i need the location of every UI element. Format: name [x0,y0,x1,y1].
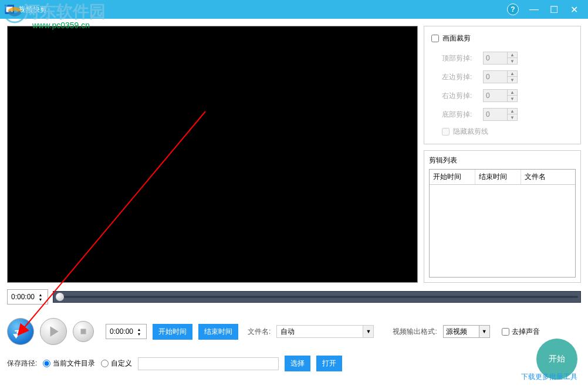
help-button[interactable]: ? [507,4,519,15]
crop-title: 画面裁剪 [442,33,471,43]
crop-enable-checkbox[interactable] [431,35,439,42]
settime-down[interactable]: ▼ [136,332,143,336]
custom-path-input[interactable] [138,357,279,370]
set-time-input[interactable]: 0:00:00 ▲▼ [106,324,147,339]
crop-bottom-input[interactable] [483,108,508,121]
minimize-button[interactable]: — [529,4,539,15]
crop-top-down[interactable]: ▼ [508,58,517,64]
close-button[interactable]: ✕ [569,4,579,15]
clip-list-panel: 剪辑列表 开始时间 结束时间 文件名 [424,150,581,283]
path-custom-label: 自定义 [111,358,132,368]
titlebar: 视频快剪 ? — ☐ ✕ [0,0,588,19]
window-title: 视频快剪 [19,5,507,15]
save-path-label: 保存路径: [7,358,37,368]
clip-col-end[interactable]: 结束时间 [475,170,521,184]
clip-list-title: 剪辑列表 [429,155,576,165]
timeline-handle[interactable] [56,293,64,301]
open-folder-button[interactable]: 打开 [316,356,342,371]
hide-crop-lines-label: 隐藏裁剪线 [453,127,488,137]
mute-label: 去掉声音 [512,327,540,337]
crop-right-label: 右边剪掉: [442,91,477,101]
crop-top-label: 顶部剪掉: [442,53,477,63]
clip-col-file[interactable]: 文件名 [521,170,575,184]
app-icon [5,5,14,14]
more-tools-link[interactable]: 下载更多批量工具 [521,372,577,382]
path-custom-radio[interactable] [101,360,109,367]
browse-button[interactable]: 选择 [285,356,310,371]
open-file-button[interactable] [7,318,34,345]
path-current-label: 当前文件目录 [53,358,95,368]
svg-marker-5 [13,334,19,339]
time-down[interactable]: ▼ [37,297,44,302]
filename-dropdown[interactable]: ▼ [363,325,374,338]
svg-rect-7 [81,329,86,334]
settime-up[interactable]: ▲ [136,327,143,332]
filename-label: 文件名: [248,327,271,337]
output-format-label: 视频输出格式: [393,327,437,337]
set-end-time-button[interactable]: 结束时间 [198,324,238,340]
maximize-button[interactable]: ☐ [549,4,559,15]
crop-left-label: 左边剪掉: [442,72,477,82]
clip-col-start[interactable]: 开始时间 [430,170,475,184]
crop-bottom-label: 底部剪掉: [442,110,477,120]
crop-left-down[interactable]: ▼ [508,77,517,83]
time-up[interactable]: ▲ [37,292,44,297]
path-current-radio[interactable] [43,360,50,367]
crop-bottom-up[interactable]: ▲ [508,109,517,114]
svg-marker-6 [50,326,59,336]
crop-right-down[interactable]: ▼ [508,96,517,102]
crop-right-up[interactable]: ▲ [508,90,517,96]
crop-top-input[interactable] [483,52,508,65]
output-format-select[interactable] [443,325,479,338]
current-time-display[interactable]: 0:00:00 ▲▼ [7,289,48,305]
crop-bottom-down[interactable]: ▼ [508,114,517,120]
play-button[interactable] [40,318,67,345]
timeline-track[interactable] [53,291,581,303]
crop-top-up[interactable]: ▲ [508,52,517,58]
hide-crop-lines-checkbox[interactable] [442,128,450,136]
video-preview[interactable] [7,26,418,283]
crop-right-input[interactable] [483,89,508,102]
crop-left-input[interactable] [483,70,508,83]
stop-button[interactable] [73,321,94,342]
mute-checkbox[interactable] [502,328,509,336]
output-format-dropdown[interactable]: ▼ [479,325,490,338]
filename-input[interactable] [276,325,363,338]
svg-rect-1 [6,7,12,12]
clip-table[interactable]: 开始时间 结束时间 文件名 [429,169,576,278]
set-start-time-button[interactable]: 开始时间 [153,324,192,340]
crop-left-up[interactable]: ▲ [508,71,517,77]
crop-panel: 画面裁剪 顶部剪掉: ▲▼ 左边剪掉: ▲▼ [424,26,581,144]
